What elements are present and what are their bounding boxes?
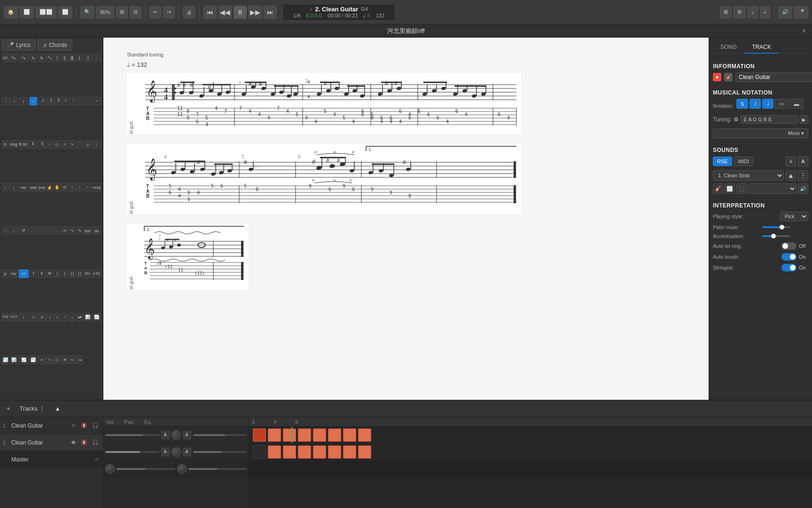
- track-mute-btn-2[interactable]: 🔇: [79, 439, 89, 446]
- track-name-input[interactable]: [735, 72, 812, 82]
- sym-rep-start[interactable]: 𝄆: [30, 140, 38, 149]
- sym-mp[interactable]: mp: [9, 270, 17, 278]
- sym-bar[interactable]: |: [54, 54, 61, 62]
- play-pause-btn[interactable]: ⏸: [234, 6, 247, 19]
- notation-rect2-btn[interactable]: ▬: [789, 99, 803, 109]
- sym-diamond[interactable]: ◇: [54, 140, 61, 149]
- notation-j-btn[interactable]: ♩: [762, 99, 773, 109]
- layout-btn[interactable]: ⊞: [116, 6, 128, 18]
- sym-arr-up[interactable]: ↑: [69, 183, 76, 191]
- add-track-btn[interactable]: +: [760, 6, 770, 18]
- color-icon[interactable]: ■: [713, 73, 721, 81]
- sym-up3[interactable]: ↑: [2, 226, 8, 235]
- sym-34[interactable]: ²₂: [38, 54, 45, 62]
- mute-btn-1[interactable]: A: [161, 431, 170, 439]
- sym-circle[interactable]: ○: [47, 140, 53, 149]
- mixer-btn[interactable]: ⊞: [720, 6, 732, 18]
- sym-trill[interactable]: tr: [2, 140, 8, 149]
- track-solo-btn-1[interactable]: 🎧: [91, 422, 100, 429]
- settings-btn[interactable]: ⚙: [734, 6, 746, 18]
- sym-d2[interactable]: ·: [38, 226, 45, 235]
- sym-final[interactable]: |‖: [69, 54, 76, 62]
- sym-ring[interactable]: ring: [9, 140, 17, 149]
- sym-slap[interactable]: slap: [30, 183, 38, 191]
- sym-circle2[interactable]: ⊙: [62, 183, 68, 191]
- title-close-btn[interactable]: ×: [802, 27, 806, 35]
- play-back-btn[interactable]: ◀◀: [219, 6, 232, 19]
- track-eye-btn-2[interactable]: 👁: [70, 439, 78, 446]
- song-tab[interactable]: SONG: [713, 41, 744, 54]
- sym-note6[interactable]: ↑: [62, 313, 68, 321]
- sym-dot[interactable]: ·: [77, 97, 83, 105]
- sym-24[interactable]: ⁶₈: [47, 54, 53, 62]
- sym-grid1[interactable]: BV: [84, 270, 91, 278]
- sound-select-2[interactable]: [748, 183, 796, 194]
- sym-d5[interactable]: ◇: [54, 356, 61, 364]
- collapse-btn[interactable]: ▲: [52, 404, 63, 413]
- sym-pop[interactable]: pop: [38, 183, 45, 191]
- sym-grid4[interactable]: TXT: [9, 313, 17, 321]
- tracks-label-btn[interactable]: Tracks ⋮: [17, 404, 48, 413]
- sym-rot[interactable]: ↺: [19, 226, 29, 235]
- sym-arr-dn[interactable]: ↓: [77, 183, 83, 191]
- sym-d4[interactable]: ·: [54, 226, 61, 235]
- play-forward-btn[interactable]: ▶▶: [249, 6, 262, 19]
- sym-bar3[interactable]: 📉: [2, 356, 8, 364]
- sound-more-btn[interactable]: ⋮: [798, 170, 808, 181]
- sym-ppp[interactable]: ppp: [84, 226, 91, 235]
- dual-view-btn[interactable]: ⬜⬜: [36, 6, 56, 18]
- timeline-block[interactable]: [268, 445, 281, 459]
- sym-wave3[interactable]: ≈: [69, 356, 76, 364]
- sym-rest-quarter[interactable]: 𝄽: [62, 97, 68, 105]
- sym-mf[interactable]: mf: [19, 270, 29, 278]
- timeline-block[interactable]: [343, 429, 356, 442]
- sym-both2[interactable]: ⟩⟨: [77, 270, 83, 278]
- sym-dn3[interactable]: ↓: [9, 226, 17, 235]
- zoom-out-btn[interactable]: 🔍: [80, 6, 94, 18]
- add-sound-btn[interactable]: +: [786, 156, 796, 167]
- sym-bar6[interactable]: 📉: [30, 356, 38, 364]
- sym-32nd[interactable]: 𝅘𝅥𝅰: [47, 97, 53, 105]
- eq-slider-1[interactable]: [193, 434, 247, 436]
- sym-bar4[interactable]: 📊: [9, 356, 17, 364]
- sym-inf[interactable]: ∞: [62, 226, 68, 235]
- sound-icon-3[interactable]: ⬛: [736, 183, 747, 194]
- sym-wave2[interactable]: ∿: [77, 226, 83, 235]
- sym-half[interactable]: 𝅘𝅥: [9, 97, 17, 105]
- midi-btn[interactable]: MIDI: [734, 157, 753, 166]
- sound-icon-1[interactable]: 🎸: [713, 183, 723, 194]
- sym-f[interactable]: f: [30, 270, 38, 278]
- sym-note1[interactable]: ♩: [19, 313, 29, 321]
- sym-updown[interactable]: ↕: [9, 183, 17, 191]
- track-solo-btn-2[interactable]: 🎧: [91, 439, 100, 446]
- timeline-block[interactable]: [313, 445, 326, 459]
- letter-a-btn[interactable]: A: [798, 156, 808, 167]
- notation-rect1-btn[interactable]: ▭: [775, 99, 788, 109]
- track-mute-btn-1[interactable]: 🔇: [79, 422, 89, 429]
- sym-x2[interactable]: ×: [47, 356, 53, 364]
- pan-knob-2[interactable]: [172, 447, 181, 457]
- sym-p[interactable]: p: [2, 270, 8, 278]
- single-view-btn[interactable]: ⬜: [58, 6, 72, 18]
- add-track-btn[interactable]: +: [4, 404, 13, 413]
- notation-s-btn[interactable]: S: [736, 99, 748, 109]
- timeline-block[interactable]: [298, 445, 311, 459]
- sym-decresc2[interactable]: ⟩: [62, 270, 68, 278]
- rse-btn[interactable]: RSE: [713, 157, 732, 166]
- sym-up-bow[interactable]: ↑: [92, 140, 101, 149]
- pan-knob-1[interactable]: [172, 430, 181, 440]
- sym-bar5[interactable]: 📈: [19, 356, 29, 364]
- palm-mute-slider[interactable]: [762, 226, 790, 228]
- sound-up-btn[interactable]: ▲: [786, 170, 796, 181]
- timeline-block[interactable]: [343, 445, 356, 459]
- timeline-block[interactable]: [298, 429, 311, 442]
- master-eq-knob[interactable]: [177, 464, 187, 474]
- sym-tie[interactable]: ⌒: [77, 140, 83, 149]
- sym-ff[interactable]: ff: [38, 270, 45, 278]
- sym-quarter[interactable]: ♩: [19, 97, 29, 105]
- sym-grid3[interactable]: TXI: [2, 313, 8, 321]
- track-tab[interactable]: TRACK: [744, 41, 779, 54]
- home-btn[interactable]: 🏠: [4, 6, 18, 18]
- sym-palm[interactable]: ✋: [54, 183, 61, 191]
- chords-tab[interactable]: ♬ Chords: [38, 40, 72, 51]
